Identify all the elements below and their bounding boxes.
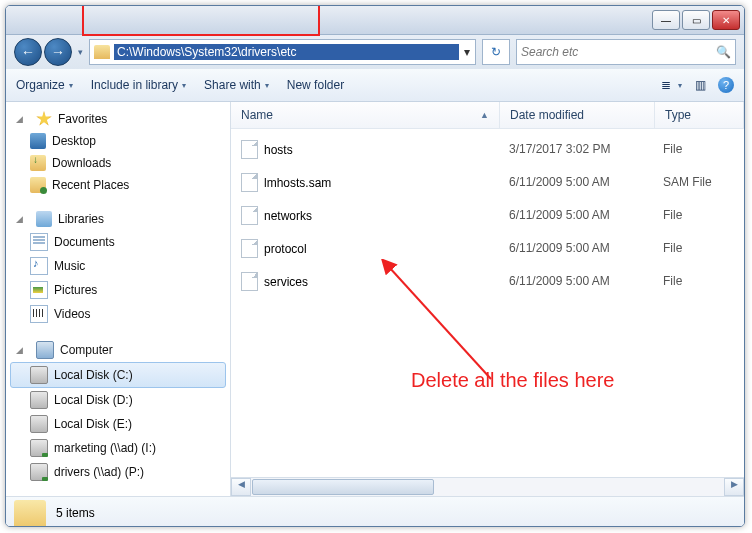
nav-drive-i[interactable]: marketing (\\ad) (I:) [6,436,230,460]
nav-drive-p[interactable]: drivers (\\ad) (P:) [6,460,230,484]
sort-indicator: ▲ [480,110,489,120]
view-menu[interactable]: ≣▾ [658,77,682,93]
file-date: 6/11/2009 5:00 AM [499,234,653,263]
file-date: 6/11/2009 5:00 AM [499,201,653,230]
preview-pane-button[interactable]: ▥ [692,77,708,93]
file-type: SAM File [653,168,744,197]
drive-icon [30,415,48,433]
desktop-icon [30,133,46,149]
file-icon [241,272,258,291]
forward-button[interactable]: → [44,38,72,66]
back-button[interactable]: ← [14,38,42,66]
nav-desktop[interactable]: Desktop [6,130,230,152]
file-row[interactable]: hosts3/17/2017 3:02 PMFile [231,133,744,166]
file-type: File [653,201,744,230]
file-icon [241,173,258,192]
organize-menu[interactable]: Organize▾ [16,78,73,92]
libraries-group[interactable]: ◢Libraries [6,208,230,230]
nav-music[interactable]: Music [6,254,230,278]
file-name: hosts [264,143,293,157]
scroll-thumb[interactable] [252,479,434,495]
file-date: 6/11/2009 5:00 AM [499,168,653,197]
column-headers: Name▲ Date modified Type [231,102,744,129]
file-name: lmhosts.sam [264,176,331,190]
file-name: networks [264,209,312,223]
nav-recent[interactable]: Recent Places [6,174,230,196]
address-path[interactable]: C:\Windows\System32\drivers\etc [114,44,459,60]
file-row[interactable]: networks6/11/2009 5:00 AMFile [231,199,744,232]
titlebar: — ▭ ✕ [6,6,744,35]
navigation-pane: ◢Favorites Desktop Downloads Recent Plac… [6,102,231,496]
status-bar: 5 items [6,496,744,527]
search-placeholder: Search etc [521,45,578,59]
help-button[interactable]: ? [718,77,734,93]
downloads-icon [30,155,46,171]
col-name[interactable]: Name▲ [231,102,500,128]
drive-icon [30,391,48,409]
nav-videos[interactable]: Videos [6,302,230,326]
annotation-text: Delete all the files here [411,369,614,392]
refresh-button[interactable]: ↻ [482,39,510,65]
nav-drive-d[interactable]: Local Disk (D:) [6,388,230,412]
network-drive-icon [30,439,48,457]
new-folder-button[interactable]: New folder [287,78,344,92]
explorer-window: — ▭ ✕ ← → ▾ C:\Windows\System32\drivers\… [5,5,745,527]
network-drive-icon [30,463,48,481]
file-icon [241,206,258,225]
col-type[interactable]: Type [655,102,744,128]
nav-documents[interactable]: Documents [6,230,230,254]
file-icon [241,140,258,159]
scroll-left-button[interactable]: ◀ [231,478,251,496]
file-icon [241,239,258,258]
item-count: 5 items [56,506,95,520]
file-type: File [653,234,744,263]
folder-icon [94,45,110,59]
file-row[interactable]: lmhosts.sam6/11/2009 5:00 AMSAM File [231,166,744,199]
toolbar: Organize▾ Include in library▾ Share with… [6,69,744,102]
file-type: File [653,135,744,164]
address-dropdown[interactable]: ▾ [459,45,475,59]
file-date: 6/11/2009 5:00 AM [499,267,653,296]
star-icon [36,111,52,127]
libraries-icon [36,211,52,227]
computer-icon [36,341,54,359]
nav-drive-c[interactable]: Local Disk (C:) [10,362,226,388]
videos-icon [30,305,48,323]
music-icon [30,257,48,275]
computer-group[interactable]: ◢Computer [6,338,230,362]
view-icon: ≣ [658,77,674,93]
file-name: services [264,275,308,289]
minimize-button[interactable]: — [652,10,680,30]
pictures-icon [30,281,48,299]
address-row: ← → ▾ C:\Windows\System32\drivers\etc ▾ … [6,35,744,69]
explorer-body: ◢Favorites Desktop Downloads Recent Plac… [6,102,744,496]
search-box[interactable]: Search etc 🔍 [516,39,736,65]
scroll-right-button[interactable]: ▶ [724,478,744,496]
nav-drive-e[interactable]: Local Disk (E:) [6,412,230,436]
history-dropdown[interactable]: ▾ [78,47,83,57]
search-icon: 🔍 [716,45,731,59]
maximize-button[interactable]: ▭ [682,10,710,30]
nav-pictures[interactable]: Pictures [6,278,230,302]
documents-icon [30,233,48,251]
favorites-group[interactable]: ◢Favorites [6,108,230,130]
include-library-menu[interactable]: Include in library▾ [91,78,186,92]
folder-icon [14,500,46,526]
share-menu[interactable]: Share with▾ [204,78,269,92]
svg-line-0 [389,267,491,379]
drive-icon [30,366,48,384]
col-date[interactable]: Date modified [500,102,655,128]
nav-downloads[interactable]: Downloads [6,152,230,174]
address-bar[interactable]: C:\Windows\System32\drivers\etc ▾ [89,39,476,65]
close-button[interactable]: ✕ [712,10,740,30]
file-type: File [653,267,744,296]
file-name: protocol [264,242,307,256]
horizontal-scrollbar[interactable]: ◀ ▶ [231,477,744,496]
file-list-pane: Name▲ Date modified Type hosts3/17/2017 … [231,102,744,496]
recent-icon [30,177,46,193]
file-date: 3/17/2017 3:02 PM [499,135,653,164]
